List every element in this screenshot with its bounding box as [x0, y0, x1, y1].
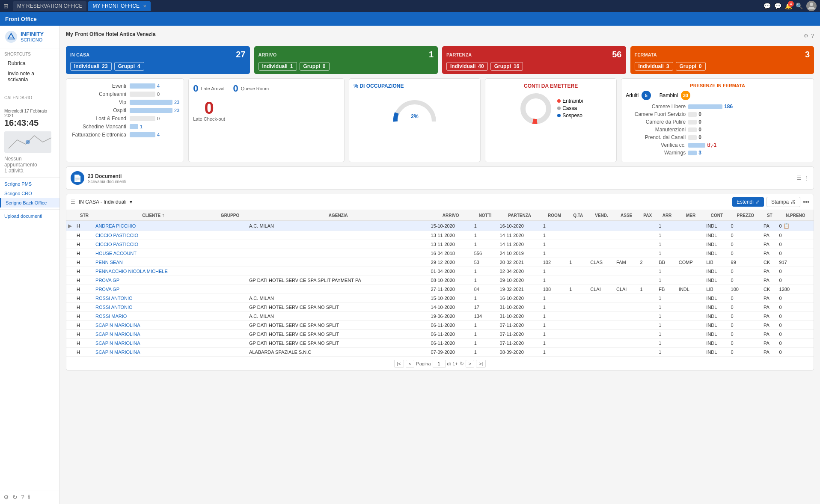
card-partenza-total: 56	[612, 50, 621, 59]
table-row[interactable]: HSCAPIN MARIOLINAGP DATI HOTEL SERVICE S…	[66, 330, 814, 339]
tab-frontoffice[interactable]: MY FRONT OFFICE ✕	[88, 1, 151, 11]
grid-icon[interactable]: ⊞	[3, 3, 9, 9]
stampa-button[interactable]: Stampa 🖨	[767, 197, 800, 207]
more-options-icon[interactable]: •••	[803, 199, 809, 205]
table-row[interactable]: HCICCIO PASTICCIO13-11-2020114-11-202011…	[66, 231, 814, 240]
col-pax: PAX	[638, 210, 657, 221]
card-partenza-gruppi[interactable]: Gruppi 16	[490, 62, 523, 71]
client-name[interactable]: ROSSI MARIO	[94, 312, 213, 321]
sidebar-item-scrigno-back[interactable]: Scrigno Back Office	[0, 198, 59, 208]
client-name[interactable]: SCAPIN MARIOLINA	[94, 330, 213, 339]
client-name[interactable]: PROVA GP	[94, 276, 213, 285]
table-row[interactable]: HCICCIO PASTICCIO13-11-2020114-11-202011…	[66, 240, 814, 249]
client-name[interactable]: CICCIO PASTICCIO	[94, 240, 213, 249]
table-section: ☰ IN CASA - Individuali ▾ Estendi ⤢ Stam…	[66, 194, 814, 371]
table-row[interactable]: HROSSI MARIOA.C. MILAN19-06-202013431-10…	[66, 312, 814, 321]
table-row[interactable]: HHOUSE ACCOUNT16-04-201855624-10-201911I…	[66, 249, 814, 258]
sidebar-item-rubrica[interactable]: Rubrica	[4, 58, 55, 68]
search-icon[interactable]: 🔍	[796, 3, 803, 9]
manutenzioni-label: Manutenzioni	[626, 127, 686, 133]
copy-icon[interactable]: 📋	[783, 223, 790, 229]
client-name[interactable]: CICCIO PASTICCIO	[94, 231, 213, 240]
table-row[interactable]: HSCAPIN MARIOLINAALABARDA SPAZIALE S.N.C…	[66, 348, 814, 357]
card-arrivo-gruppi[interactable]: Gruppi 0	[300, 62, 330, 71]
info-icon[interactable]: ℹ	[28, 494, 30, 501]
bambini-val: 30	[681, 91, 690, 100]
estendi-button[interactable]: Estendi ⤢	[732, 197, 764, 207]
camere-pulire-val: 0	[698, 119, 701, 125]
client-name[interactable]: ANDREA PICCHIO	[94, 221, 213, 231]
settings-icon[interactable]: ⚙	[3, 494, 9, 501]
card-arrivo-individuali[interactable]: Individuali 1	[258, 62, 297, 71]
refresh-icon[interactable]: ↻	[12, 494, 18, 501]
col-cliente[interactable]: CLIENTE ↑	[94, 210, 213, 221]
sidebar-item-scrigno-cro[interactable]: Scrigno CRO	[0, 189, 59, 198]
col-vend: VEND.	[588, 210, 615, 221]
card-partenza-individuali[interactable]: Individuali 40	[446, 62, 488, 71]
prev-page-btn[interactable]: <	[406, 360, 414, 368]
tab-close-icon[interactable]: ✕	[143, 4, 146, 9]
more-icon[interactable]: ⋮	[804, 175, 809, 181]
settings-icon[interactable]: ⚙	[804, 33, 808, 39]
client-name[interactable]: ROSSI ANTONIO	[94, 294, 213, 303]
table-row[interactable]: HSCAPIN MARIOLINAGP DATI HOTEL SERVICE S…	[66, 321, 814, 330]
card-in-casa-individuali[interactable]: Individuali 23	[70, 62, 112, 71]
main-layout: INFINITY SCRIGNO Shortcuts Rubrica Invio…	[0, 26, 820, 504]
card-fermata-gruppi[interactable]: Gruppi 0	[676, 62, 706, 71]
table-row[interactable]: HROSSI ANTONIOGP DATI HOTEL SERVICE SPA …	[66, 303, 814, 312]
card-fermata-individuali[interactable]: Individuali 3	[635, 62, 673, 71]
refresh-page-icon[interactable]: ↻	[460, 361, 464, 367]
sidebar-item-scrigno-pms[interactable]: Scrigno PMS	[0, 179, 59, 189]
help-icon[interactable]: ?	[21, 494, 24, 501]
table-row[interactable]: HROSSI ANTONIOA.C. MILAN15-10-2020116-10…	[66, 294, 814, 303]
col-gruppo: GRUPPO	[213, 210, 247, 221]
client-name[interactable]: ROSSI ANTONIO	[94, 303, 213, 312]
logo-scrigno: SCRIGNO	[21, 37, 44, 43]
fermata-individuali-val: 3	[666, 63, 669, 69]
client-name[interactable]: HOUSE ACCOUNT	[94, 249, 213, 258]
card-fermata: FERMATA 3 Individuali 3 Gruppi 0	[630, 46, 814, 74]
client-name[interactable]: SCAPIN MARIOLINA	[94, 339, 213, 348]
client-name[interactable]: PROVA GP	[94, 285, 213, 294]
bell-icon[interactable]: 🔔 4	[785, 3, 792, 9]
table-row[interactable]: HPROVA GPGP DATI HOTEL SERVICE SPA SPLIT…	[66, 276, 814, 285]
vip-label: Vip	[71, 99, 126, 105]
card-in-casa-gruppi[interactable]: Gruppi 4	[114, 62, 144, 71]
list-icon[interactable]: ☰	[797, 175, 802, 181]
tab-reservation[interactable]: MY RESERVATION OFFICE	[13, 1, 86, 11]
presenze-title: PRESENZE IN FERMATA	[626, 83, 809, 88]
table-row[interactable]: HPENN SEAN29-12-20205320-02-20211021CLAS…	[66, 258, 814, 267]
table-row[interactable]: ▶HANDREA PICCHIOA.C. MILAN15-10-2020116-…	[66, 221, 814, 231]
client-name[interactable]: SCAPIN MARIOLINA	[94, 321, 213, 330]
svg-text:2%: 2%	[411, 113, 419, 119]
help-icon[interactable]: ?	[811, 33, 814, 39]
last-page-btn[interactable]: >|	[476, 360, 486, 368]
sidebar-item-upload[interactable]: Upload documenti	[0, 211, 59, 221]
chat2-icon[interactable]: 💬	[774, 3, 781, 9]
first-page-btn[interactable]: |<	[394, 360, 404, 368]
dropdown-chevron-icon[interactable]: ▾	[130, 199, 132, 205]
drag-handle-icon[interactable]: ☰	[71, 199, 75, 205]
table-row[interactable]: HPROVA GP27-11-20208419-02-20211081CLAIC…	[66, 285, 814, 294]
partenza-gruppi-label: Gruppi	[494, 63, 511, 69]
next-page-btn[interactable]: >	[466, 360, 474, 368]
second-bar: Front Office	[0, 12, 820, 26]
card-in-casa: IN CASA 27 Individuali 23 Gruppi 4	[66, 46, 250, 74]
client-name[interactable]: PENNACCHIO NICOLA MICHELE	[94, 267, 213, 276]
client-name[interactable]: SCAPIN MARIOLINA	[94, 348, 213, 357]
col-st: ST	[762, 210, 778, 221]
calendario-title: Calendario	[4, 95, 55, 100]
row-expand-icon[interactable]: ▶	[68, 223, 72, 229]
table-row[interactable]: HSCAPIN MARIOLINAGP DATI HOTEL SERVICE S…	[66, 339, 814, 348]
arrivo-gruppi-label: Gruppi	[303, 63, 320, 69]
client-name[interactable]: PENN SEAN	[94, 258, 213, 267]
conti-chart	[519, 92, 553, 126]
camere-libere-val: 186	[724, 104, 733, 110]
rubrica-label: Rubrica	[8, 60, 25, 66]
table-row[interactable]: HPENNACCHIO NICOLA MICHELE01-04-2020102-…	[66, 267, 814, 276]
gruppi-label: Gruppi	[118, 63, 135, 69]
chat1-icon[interactable]: 💬	[764, 3, 771, 9]
avatar[interactable]	[806, 1, 817, 11]
sidebar-item-invio[interactable]: Invio note a scrivania	[4, 68, 55, 85]
page-input[interactable]	[433, 360, 446, 368]
